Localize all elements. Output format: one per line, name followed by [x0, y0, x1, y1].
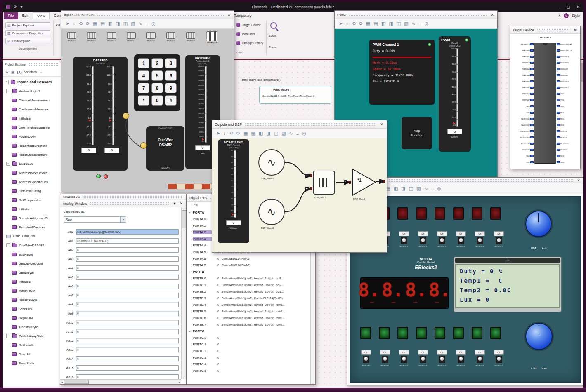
window-titlebar[interactable]: Outputs and DSP ✕ [212, 120, 387, 129]
pin[interactable] [530, 49, 534, 52]
keypad-key[interactable]: # [165, 95, 177, 106]
wave-icon[interactable]: ∿ [289, 131, 293, 136]
dock-group-titlebar[interactable]: Flowcode v10 [60, 194, 186, 200]
pin[interactable] [557, 74, 560, 76]
ribbon-tab-temporary[interactable]: Temporary [234, 14, 252, 18]
select-cursor-icon[interactable]: ➤ [66, 21, 69, 26]
toggle-switch[interactable]: OffSPORTB.5 [455, 350, 466, 366]
pin-row[interactable]: PORTB.60 SwitchArraySlide1(pin7), keypad… [187, 315, 310, 321]
help-icon[interactable]: ? [564, 13, 569, 18]
pin[interactable] [530, 136, 534, 138]
tree-item[interactable]: LINK_LINE_13 [3, 232, 61, 241]
pin-row[interactable]: PORTA.70 ComboBL0114(PinA7) [187, 262, 310, 268]
pin[interactable] [530, 130, 534, 132]
rotate-right-icon[interactable]: ⟳ [359, 21, 363, 26]
led-green[interactable] [96, 174, 101, 178]
tree-item[interactable]: SkipROM [3, 313, 61, 322]
align-top-icon[interactable]: ▤ [101, 21, 105, 26]
pan-icon[interactable]: + [223, 131, 226, 136]
analog-value-field[interactable]: 0 [76, 284, 179, 289]
tree-item[interactable]: PowerDown [3, 132, 61, 141]
pin-row[interactable]: PORTB.50 SwitchArraySlide1(pin6), keypad… [187, 308, 310, 315]
pin-row[interactable]: PORTB.20 SwitchArraySlide1(pin5), keypad… [187, 288, 310, 295]
toggle-switch[interactable]: OffSPORTB.4 [436, 350, 447, 366]
tree-item[interactable]: GetSerialString [3, 186, 61, 195]
toggle-switch[interactable]: OffSPORTA.6 [474, 231, 485, 248]
potentiometer-knob[interactable] [525, 211, 552, 237]
switch-lever[interactable] [363, 356, 369, 363]
tree-item[interactable]: SampleAllDevices [3, 223, 61, 232]
pin[interactable] [530, 118, 534, 120]
tree-item[interactable]: Inputs and Sensors [3, 77, 61, 87]
ribbon-tab[interactable]: View [33, 12, 50, 19]
align-right-icon[interactable]: ◨ [266, 131, 270, 136]
pattern-icon[interactable]: ▧ [281, 131, 286, 136]
grid-icon[interactable]: ▦ [366, 21, 370, 26]
tree-item[interactable]: OneWireDS2482 [3, 241, 61, 250]
pwm-gauge-component[interactable]: PWM Panel2 (PWM CH1) 100.090.080.070.060… [439, 36, 471, 152]
dropdown-icon[interactable]: ▼ [172, 202, 177, 206]
tree-item[interactable]: AmbientLight1 [3, 87, 61, 96]
port-connector[interactable]: SPORTD.4 [146, 32, 156, 42]
pin[interactable] [530, 161, 534, 163]
close-button[interactable]: ✕ [577, 5, 580, 9]
pin[interactable] [557, 155, 560, 157]
component-properties-button[interactable]: ▥ Component Properties [5, 30, 50, 36]
rotate-left-icon[interactable]: ⟲ [352, 21, 356, 26]
pin[interactable] [557, 87, 560, 89]
scrollbar-vertical[interactable]: ▲ ▼ [181, 207, 186, 379]
grid-icon[interactable]: ▦ [243, 131, 248, 136]
pin-row[interactable]: PORTC.00 [187, 334, 310, 341]
close-icon[interactable]: ✕ [227, 13, 232, 17]
tree-item[interactable]: ReadState [3, 359, 61, 368]
pin-row[interactable]: PORTB.70 SwitchArraySlide1(pin8), keypad… [187, 321, 310, 328]
tree-item[interactable]: ReceiveByte [3, 295, 61, 304]
potentiometer-knob[interactable] [525, 323, 553, 350]
keypad-key[interactable]: 4 [138, 70, 149, 81]
gauge-marker[interactable]: ▶ [202, 138, 204, 141]
switch-lever[interactable] [496, 356, 502, 363]
keypad-key[interactable]: 9 [165, 83, 177, 93]
find-replace-button[interactable]: ◎ Find/Replace [5, 38, 50, 44]
keypad-key[interactable]: 0 [151, 95, 163, 106]
gauge-marker[interactable]: ▶ [453, 122, 455, 124]
keypad-key[interactable]: 6 [165, 70, 177, 81]
tree-item[interactable]: Initialise [3, 114, 61, 123]
pin[interactable] [530, 93, 534, 95]
view-option-icon-lists[interactable]: Icon Lists [236, 32, 255, 36]
pin[interactable] [557, 112, 560, 114]
list-icon[interactable]: ≡ [296, 131, 299, 136]
pin[interactable] [557, 143, 560, 145]
tree-item[interactable]: ReadAll [3, 350, 61, 359]
close-icon[interactable]: ✕ [573, 28, 578, 32]
analog-value-field[interactable]: 0 [76, 356, 179, 361]
pwm-channel-component[interactable]: PWM Channel 1 Duty = 0.00% Mark = 0.00us… [369, 40, 435, 105]
toggle-switch[interactable]: OffSPORTB.6 [474, 350, 485, 366]
zoom-icon[interactable] [270, 22, 277, 29]
scrollbar-thumb[interactable] [581, 63, 583, 82]
analog-value-field[interactable]: 0 [76, 265, 179, 271]
toggle-switch[interactable]: OffSPORTB.1 [379, 350, 390, 366]
switch-lever[interactable] [401, 237, 407, 244]
tree-item[interactable]: Initialise [3, 204, 61, 214]
pin[interactable] [557, 149, 560, 151]
toggle-switch[interactable]: OffSPORTB.0 [360, 350, 371, 366]
switch-lever[interactable] [439, 356, 445, 363]
pin[interactable] [530, 62, 534, 64]
align-left-icon[interactable]: ◧ [381, 21, 385, 26]
close-icon[interactable]: ✕ [490, 13, 495, 17]
split-view-icon[interactable]: ◫ [123, 21, 128, 26]
analog-value-field[interactable]: 0 [76, 275, 179, 280]
grid-icon[interactable]: ▦ [93, 21, 97, 26]
pin-row[interactable]: PORTA.60 ComboBL0114(PinA6) [187, 255, 310, 262]
analog-value-field[interactable]: 0 [76, 302, 179, 307]
refresh-icon[interactable]: ⟳ [14, 5, 17, 9]
analog-value-field[interactable]: 0 [76, 329, 179, 334]
rotate-left-icon[interactable]: ⟲ [79, 21, 83, 26]
tree-item[interactable]: ContinuousMeasure [3, 105, 61, 114]
pin[interactable] [557, 161, 560, 163]
pin[interactable] [557, 99, 560, 101]
minimize-button[interactable]: – [558, 5, 560, 9]
list-icon[interactable]: ≡ [419, 21, 421, 26]
align-right-icon[interactable]: ◨ [401, 186, 405, 191]
